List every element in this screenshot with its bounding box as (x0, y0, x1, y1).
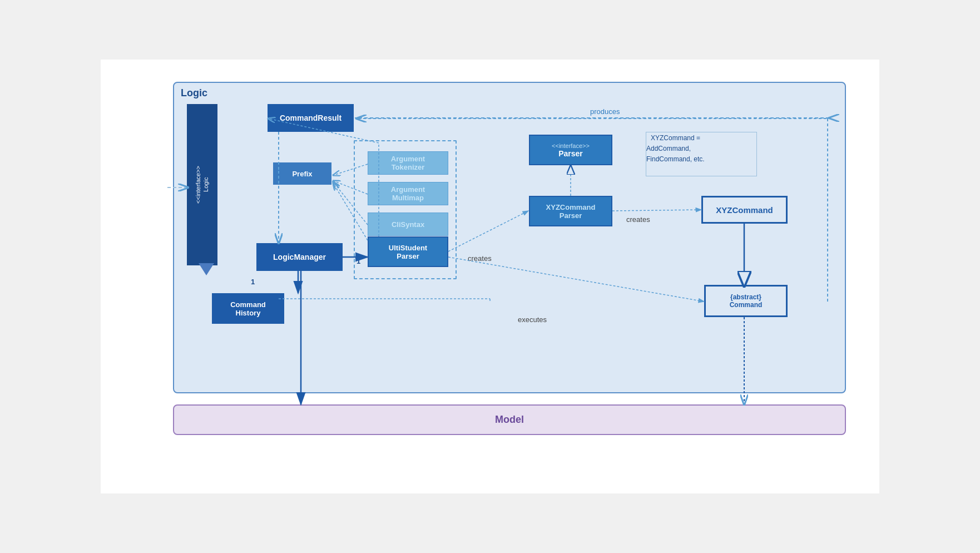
xyz-cmdparser-text: XYZCommandParser (546, 203, 596, 220)
logic-manager-text: LogicManager (273, 253, 326, 261)
prefix-box: Prefix (273, 162, 331, 185)
model-label: Model (495, 414, 524, 426)
clisyntax-text: CliSyntax (392, 220, 424, 229)
command-history-box: CommandHistory (212, 293, 284, 324)
logic-label: Logic (181, 87, 207, 99)
logic-inherit-arrow (199, 263, 214, 275)
command-history-text: CommandHistory (230, 300, 266, 317)
command-result-text: CommandResult (280, 113, 341, 122)
abstract-command-text: {abstract}Command (730, 293, 763, 309)
arg-tokenizer-text: ArgumentTokenizer (391, 155, 425, 171)
arg-tokenizer-box: ArgumentTokenizer (368, 151, 448, 175)
prefix-text: Prefix (292, 170, 312, 178)
num-1-a: 1 (251, 278, 255, 286)
ultistudent-parser-text: UltiStudentParser (389, 244, 427, 260)
parser-interface-box: <<interface>> Parser (529, 135, 612, 165)
abstract-command-box: {abstract}Command (704, 285, 788, 317)
parser-stereotype-text: <<interface>> (552, 142, 590, 149)
arg-multimap-text: ArgumentMultimap (391, 185, 425, 202)
arg-multimap-box: ArgumentMultimap (368, 182, 448, 205)
xyz-command-text: XYZCommand (716, 205, 773, 215)
produces-label: produces (590, 107, 620, 116)
xyz-command-box: XYZCommand (701, 196, 788, 224)
xyz-note-box: XYZCommand =AddCommand,FindCommand, etc. (646, 132, 757, 176)
creates-label-2: creates (626, 215, 650, 224)
logic-manager-box: LogicManager (256, 243, 343, 271)
num-1-b: 1 (357, 257, 360, 265)
ultistudent-parser-box: UltiStudentParser (368, 236, 448, 267)
diagram-container: Logic Model <<interface>>Logic CommandRe… (101, 60, 879, 493)
command-result-box: CommandResult (268, 104, 354, 132)
clisyntax-box: CliSyntax (368, 213, 448, 236)
executes-label: executes (518, 315, 547, 324)
interface-logic-box: <<interface>>Logic (187, 104, 217, 265)
interface-logic-text: <<interface>>Logic (194, 166, 210, 204)
model-box: Model (173, 404, 846, 435)
parser-interface-title: Parser (558, 149, 583, 158)
xyz-cmdparser-box: XYZCommandParser (529, 196, 612, 226)
xyz-note-text: XYZCommand =AddCommand,FindCommand, etc. (646, 130, 709, 167)
creates-label-1: creates (468, 254, 492, 263)
